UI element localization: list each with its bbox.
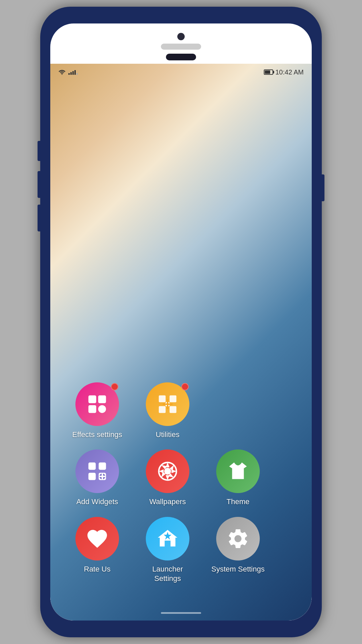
app-icon-wrapper-system <box>216 517 260 560</box>
svg-rect-12 <box>88 463 96 470</box>
rate-us-icon <box>75 517 119 560</box>
system-settings-icon <box>216 517 260 560</box>
theme-svg <box>226 460 250 483</box>
app-icon-wrapper-utilities <box>146 382 189 426</box>
app-item-theme[interactable]: Theme <box>208 449 268 507</box>
signal-icon <box>68 69 78 75</box>
effects-notification-dot <box>111 383 118 390</box>
svg-point-20 <box>164 468 171 475</box>
svg-rect-7 <box>159 406 166 413</box>
status-left <box>58 69 78 75</box>
app-item-effects-settings[interactable]: Effects settings <box>67 382 127 440</box>
power-button[interactable] <box>322 174 324 201</box>
add-widgets-icon <box>75 449 119 493</box>
svg-point-0 <box>62 74 63 75</box>
volume-up-button[interactable] <box>38 141 40 161</box>
earpiece <box>166 54 196 60</box>
status-bar: 10:42 AM <box>50 64 312 80</box>
theme-icon <box>216 449 260 493</box>
launcher-settings-label: Launcher Settings <box>141 565 194 584</box>
app-icon-wrapper-launcher <box>146 517 189 560</box>
rateus-svg <box>85 527 109 550</box>
speaker-grille <box>161 44 201 50</box>
svg-rect-14 <box>88 473 96 480</box>
home-indicator <box>161 612 201 614</box>
app-row-1: Effects settings <box>67 382 295 440</box>
svg-rect-4 <box>98 405 106 413</box>
wallpapers-icon <box>146 449 189 493</box>
app-grid: Effects settings <box>50 382 312 600</box>
app-item-system-settings[interactable]: System Settings <box>208 517 268 584</box>
status-right: 10:42 AM <box>264 68 304 76</box>
screen: 10:42 AM <box>50 64 312 621</box>
app-item-rate-us[interactable]: Rate Us <box>67 517 127 584</box>
svg-rect-1 <box>88 395 96 403</box>
app-icon-wrapper-theme <box>216 449 260 493</box>
utilities-svg <box>156 392 179 416</box>
theme-label: Theme <box>227 497 249 507</box>
volume-down-button[interactable] <box>38 171 40 198</box>
utilities-label: Utilities <box>156 430 180 440</box>
app-row-2: Add Widgets <box>67 449 295 507</box>
app-icon-wrapper-effects <box>75 382 119 426</box>
effects-svg <box>85 392 109 416</box>
app-item-utilities[interactable]: Utilities <box>137 382 198 440</box>
svg-rect-5 <box>159 395 166 402</box>
app-item-add-widgets[interactable]: Add Widgets <box>67 449 127 507</box>
battery-icon <box>264 69 273 75</box>
bixby-button[interactable] <box>38 205 40 231</box>
rate-us-label: Rate Us <box>84 565 110 574</box>
app-item-launcher-settings[interactable]: Launcher Settings <box>137 517 198 584</box>
wallpapers-label: Wallpapers <box>149 497 186 507</box>
system-settings-label: System Settings <box>212 565 265 574</box>
widgets-svg <box>85 460 109 483</box>
app-row-3: Rate Us <box>67 517 295 584</box>
time-display: 10:42 AM <box>275 68 304 76</box>
effects-settings-label: Effects settings <box>72 430 122 440</box>
wifi-icon <box>58 69 66 75</box>
wallpapers-svg <box>156 460 179 483</box>
svg-rect-13 <box>99 463 106 470</box>
app-item-wallpapers[interactable]: Wallpapers <box>137 449 198 507</box>
app-icon-wrapper-rateus <box>75 517 119 560</box>
app-icon-wrapper-wallpapers <box>146 449 189 493</box>
front-camera <box>177 33 185 40</box>
svg-rect-6 <box>170 395 176 402</box>
system-svg <box>226 527 250 550</box>
phone-screen: 10:42 AM <box>50 23 312 621</box>
phone-frame: 10:42 AM <box>40 7 322 637</box>
svg-rect-3 <box>88 405 96 413</box>
svg-rect-2 <box>98 395 106 403</box>
launcher-settings-icon <box>146 517 189 560</box>
svg-rect-8 <box>170 406 176 413</box>
utilities-notification-dot <box>181 383 189 390</box>
app-icon-wrapper-widgets <box>75 449 119 493</box>
launcher-svg <box>156 527 179 550</box>
add-widgets-label: Add Widgets <box>76 497 118 507</box>
